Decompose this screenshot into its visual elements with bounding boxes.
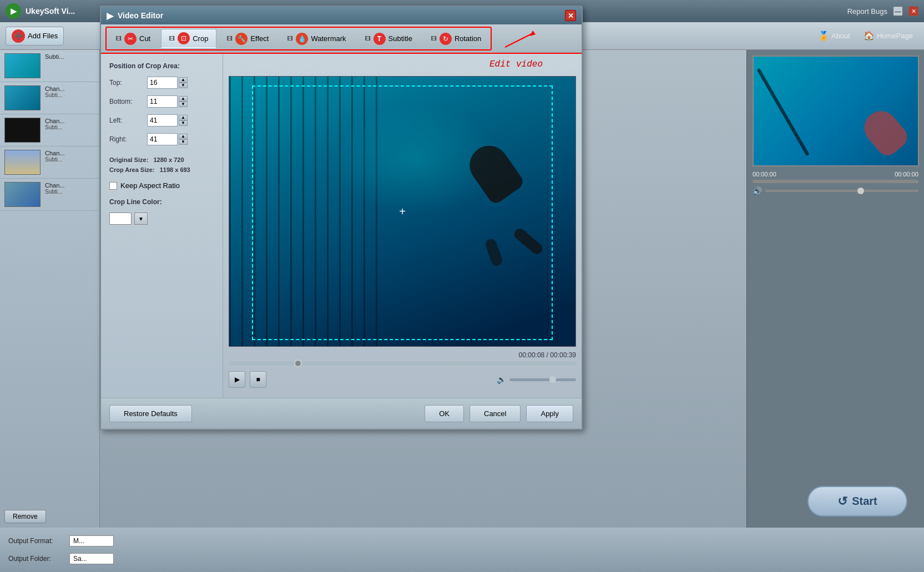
dialog-titlebar: ▶ Video Editor ✕: [101, 7, 582, 24]
play-controls: ▶ ■: [229, 371, 266, 388]
volume-icon: 🔊: [753, 186, 762, 195]
watermark-icon-circle: 💧: [296, 33, 308, 45]
tab-watermark-label: Watermark: [311, 34, 346, 43]
tab-cut[interactable]: 🎞 ✂ Cut: [108, 29, 159, 48]
keep-aspect-label: Keep Aspect Ratio: [120, 181, 180, 190]
about-icon: 🏅: [818, 31, 829, 41]
close-button[interactable]: ✕: [908, 6, 918, 16]
crop-controls-panel: Position of Crop Area: Top: 16 ▲ ▼: [101, 54, 223, 398]
item-title: Chan...: [45, 85, 95, 92]
color-dropdown[interactable]: ▼: [134, 212, 148, 225]
crop-icon-circle: ⊡: [178, 32, 190, 44]
start-button[interactable]: ↺ Start: [807, 486, 907, 517]
left-decrement[interactable]: ▼: [179, 120, 188, 126]
add-files-icon: ➕: [12, 29, 25, 43]
add-files-button[interactable]: ➕ Add Files: [6, 27, 64, 45]
dialog-title-icon: ▶: [107, 11, 113, 21]
left-field-row: Left: 41 ▲ ▼: [109, 114, 214, 126]
restore-defaults-button[interactable]: Restore Defaults: [109, 405, 192, 422]
top-decrement[interactable]: ▼: [179, 83, 188, 88]
about-button[interactable]: 🏅 About: [812, 29, 856, 43]
volume-track[interactable]: [509, 378, 576, 381]
app-title: UkeySoft Vi...: [26, 7, 75, 16]
output-format-row: Output Format: M...: [8, 535, 916, 546]
top-input[interactable]: 16: [147, 77, 178, 89]
effect-icon-circle: 🔧: [235, 33, 248, 45]
preview-time-end: 00:00:00: [895, 171, 918, 178]
right-spinner: ▲ ▼: [179, 134, 188, 145]
list-item[interactable]: Chan... Subti...: [0, 179, 99, 211]
bottom-spinner: ▲ ▼: [179, 96, 188, 107]
crop-area-label: Crop Area Size:: [109, 166, 155, 173]
app-icon: ▶: [6, 3, 21, 19]
item-title: Chan...: [45, 118, 95, 124]
list-item[interactable]: Chan... Subti...: [0, 82, 99, 114]
homepage-button[interactable]: 🏠 HomePage: [858, 29, 918, 43]
progress-handle[interactable]: [294, 360, 302, 367]
apply-button[interactable]: Apply: [526, 405, 573, 422]
time-current: 00:00:08: [519, 351, 545, 359]
top-increment[interactable]: ▲: [179, 77, 188, 83]
bottom-decrement[interactable]: ▼: [179, 102, 188, 107]
sidebar-scroll[interactable]: Subti... Chan... Subti...: [0, 50, 99, 505]
tab-subtitle[interactable]: 🎞 T Subtitle: [357, 29, 421, 48]
bottom-increment[interactable]: ▲: [179, 96, 188, 102]
ok-button[interactable]: OK: [425, 405, 464, 422]
remove-button[interactable]: Remove: [4, 510, 46, 523]
size-info: Original Size: 1280 x 720 Crop Area Size…: [109, 156, 214, 173]
annotation-arrow: [499, 28, 544, 50]
edit-video-label: Edit video: [229, 59, 576, 69]
thumbnail: [4, 53, 41, 78]
bottom-field-row: Bottom: 11 ▲ ▼: [109, 95, 214, 108]
right-increment[interactable]: ▲: [179, 134, 188, 139]
dialog-footer: Restore Defaults OK Cancel Apply: [101, 398, 582, 429]
keep-aspect-checkbox[interactable]: [109, 182, 117, 190]
tab-rotation[interactable]: 🎞 ↻ Rotation: [423, 29, 489, 48]
tab-crop[interactable]: 🎞 ⊡ Crop: [161, 29, 216, 48]
crop-line-color-label: Crop Line Color:: [109, 198, 214, 206]
svg-line-0: [505, 33, 533, 47]
play-button[interactable]: ▶: [229, 371, 245, 388]
dialog-body: Position of Crop Area: Top: 16 ▲ ▼: [101, 54, 582, 398]
bottom-input[interactable]: 11: [147, 95, 178, 108]
time-total: 00:00:39: [550, 351, 576, 359]
film-icon-cut: 🎞: [116, 36, 122, 42]
output-folder-value: Sa...: [69, 553, 114, 564]
color-box[interactable]: [109, 212, 132, 225]
video-progress-track[interactable]: [229, 361, 576, 366]
list-item[interactable]: Chan... Subti...: [0, 114, 99, 146]
right-input[interactable]: 41: [147, 133, 178, 145]
left-increment[interactable]: ▲: [179, 115, 188, 120]
output-format-label: Output Format:: [8, 537, 64, 545]
minimize-button[interactable]: —: [893, 6, 903, 16]
tab-crop-label: Crop: [193, 34, 208, 43]
list-item[interactable]: Subti...: [0, 50, 99, 82]
tab-effect[interactable]: 🎞 🔧 Effect: [219, 29, 277, 48]
volume-handle[interactable]: [549, 376, 556, 383]
footer-right-buttons: OK Cancel Apply: [425, 405, 573, 422]
thumbnail: [4, 150, 41, 175]
right-decrement[interactable]: ▼: [179, 139, 188, 145]
add-files-label: Add Files: [28, 32, 58, 40]
top-field-row: Top: 16 ▲ ▼: [109, 77, 214, 89]
volume-icon: 🔊: [497, 375, 506, 384]
preview-progress[interactable]: [753, 180, 918, 183]
stop-button[interactable]: ■: [250, 371, 266, 388]
dialog-tabs: 🎞 ✂ Cut 🎞 ⊡ Crop 🎞 🔧 Effect: [101, 24, 582, 54]
tab-cut-label: Cut: [139, 34, 150, 43]
main-bottom: Output Format: M... Output Folder: Sa...: [0, 528, 924, 572]
item-title: Subti...: [45, 53, 95, 60]
left-input[interactable]: 41: [147, 114, 178, 126]
list-item[interactable]: Chan... Subti...: [0, 146, 99, 179]
main-app: ▶ UkeySoft Vi... Report Bugs — ✕ ➕ Add F…: [0, 0, 924, 572]
volume-slider[interactable]: [765, 190, 918, 192]
tab-watermark[interactable]: 🎞 💧 Watermark: [279, 29, 354, 48]
subtitle-icon-circle: T: [373, 33, 386, 45]
volume-thumb[interactable]: [857, 188, 864, 194]
output-format-value: M...: [69, 535, 114, 546]
item-subtitle: Subti...: [45, 92, 95, 98]
svg-marker-1: [530, 31, 536, 36]
cancel-button[interactable]: Cancel: [469, 405, 521, 422]
crop-area-value: 1198 x 693: [160, 166, 190, 173]
dialog-close-button[interactable]: ✕: [565, 10, 576, 21]
